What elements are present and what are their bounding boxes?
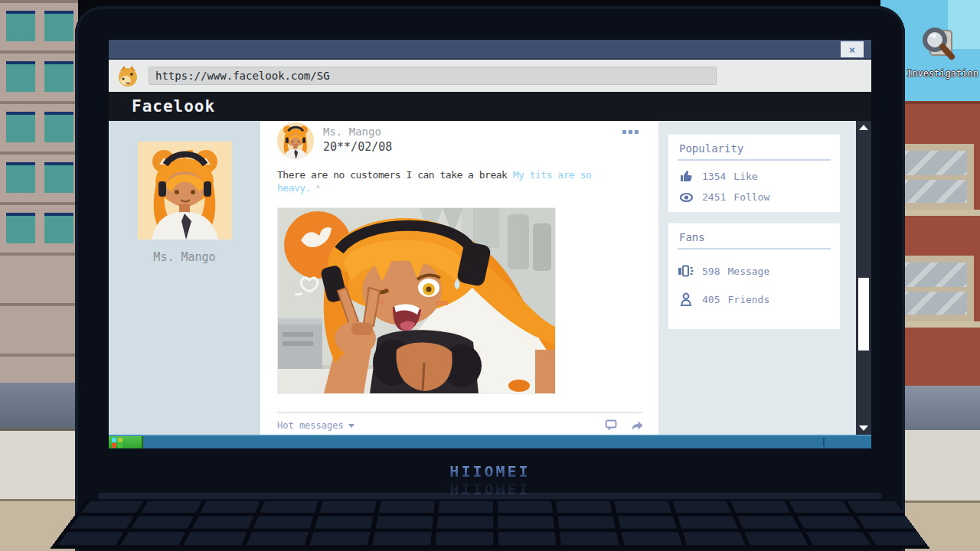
hot-messages-dropdown[interactable]: Hot messages — [277, 420, 354, 431]
post-menu-button[interactable] — [621, 129, 640, 135]
post-author[interactable]: Ms. Mango — [323, 126, 392, 138]
laptop-brand-text: HIIOMEI — [449, 462, 530, 481]
url-input[interactable] — [149, 67, 717, 85]
like-count: 1354 — [702, 171, 726, 182]
post-text-link[interactable]: My tits are so — [513, 169, 592, 181]
building-band — [0, 383, 78, 429]
page-content: Ms. Mango — [109, 121, 871, 435]
follow-count: 2451 — [702, 191, 726, 203]
follow-label: Follow — [733, 191, 769, 203]
post-avatar[interactable] — [277, 122, 314, 159]
taskbar — [109, 435, 871, 448]
post-meta: Ms. Mango 20**/02/08 — [323, 122, 392, 159]
tray-divider — [823, 438, 825, 447]
like-label: Like — [733, 171, 757, 182]
game-scene: Investigation HIIOMEI HIIOMEI × F — [0, 0, 980, 551]
message-stat[interactable]: 598 Message — [678, 265, 831, 277]
friends-label: Friends — [727, 294, 769, 305]
post-footer: Hot messages — [277, 419, 643, 432]
building-windows — [44, 11, 74, 256]
building-window — [896, 144, 974, 210]
post-header: Ms. Mango 20**/02/08 — [277, 122, 658, 159]
post-text: There are no customers I can take a brea… — [277, 168, 637, 195]
like-stat[interactable]: 1354 Like — [678, 170, 831, 182]
laptop-keyboard — [50, 500, 930, 549]
post-divider — [277, 412, 643, 413]
comment-button[interactable] — [605, 419, 618, 432]
scrollbar-thumb[interactable] — [858, 278, 869, 350]
message-label: Message — [727, 266, 769, 277]
building-window — [896, 256, 974, 321]
scroll-down-icon[interactable] — [859, 425, 868, 431]
post-text-plain: There are no customers I can take a brea… — [277, 169, 513, 181]
share-button[interactable] — [630, 419, 643, 432]
post-text-suffix: ° — [311, 184, 320, 194]
address-bar — [109, 60, 871, 92]
follow-stat[interactable]: 2451 Follow — [678, 191, 831, 203]
profile-sidebar: Ms. Mango — [109, 121, 260, 435]
share-icon — [630, 419, 643, 432]
fans-title: Fans — [678, 228, 831, 249]
laptop-brand-reflection: HIIOMEI — [0, 480, 980, 498]
message-icon — [678, 265, 694, 277]
doge-icon — [116, 64, 139, 87]
browser-window: × Facelook — [109, 40, 871, 448]
magnifier-icon — [916, 23, 958, 64]
site-title: Facelook — [132, 97, 215, 116]
message-count: 598 — [702, 266, 720, 277]
person-icon — [678, 292, 694, 306]
comment-icon — [605, 419, 618, 432]
investigation-button[interactable]: Investigation — [906, 23, 968, 79]
site-header: Facelook — [109, 92, 871, 121]
investigation-label: Investigation — [906, 68, 968, 79]
post-image[interactable] — [277, 207, 556, 394]
post-date: 20**/02/08 — [323, 140, 392, 154]
popularity-title: Popularity — [678, 139, 831, 161]
fans-card: Fans 598 Message — [668, 223, 841, 330]
caret-down-icon — [348, 424, 354, 428]
profile-photo[interactable] — [138, 142, 232, 240]
post-avatar-image — [277, 122, 314, 159]
thumbs-up-icon — [678, 170, 694, 182]
hot-messages-label: Hot messages — [277, 420, 344, 431]
eye-icon — [678, 192, 694, 203]
profile-name: Ms. Mango — [109, 250, 260, 264]
right-rail: Popularity 1354 Like 2451 Follow — [658, 121, 856, 435]
window-titlebar: × — [109, 40, 871, 60]
post: Ms. Mango 20**/02/08 There are no custom… — [260, 121, 658, 394]
scroll-up-icon[interactable] — [859, 125, 868, 130]
post-text-link-2[interactable]: heavy. — [277, 182, 311, 194]
feed-column: Ms. Mango 20**/02/08 There are no custom… — [260, 121, 658, 435]
close-button[interactable]: × — [841, 41, 864, 57]
friends-stat[interactable]: 405 Friends — [678, 292, 831, 306]
laptop-brand: HIIOMEI — [0, 462, 980, 481]
building-windows — [6, 11, 35, 256]
friends-count: 405 — [702, 294, 720, 305]
scrollbar[interactable] — [856, 121, 871, 435]
popularity-card: Popularity 1354 Like 2451 Follow — [668, 134, 841, 213]
start-button[interactable] — [109, 436, 143, 448]
